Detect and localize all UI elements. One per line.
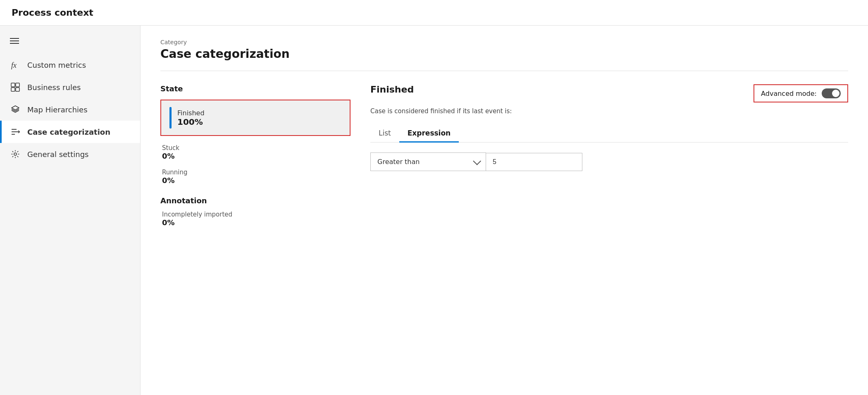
svg-text:fx: fx — [11, 61, 17, 69]
category-label: Category — [160, 39, 848, 45]
annotation-name: Incompletely imported — [162, 211, 351, 218]
app-title: Process context — [0, 0, 868, 26]
state-pct-running: 0% — [162, 176, 351, 185]
state-name-finished: Finished — [177, 109, 205, 117]
left-column: State Finished 100% Stuck 0% — [160, 84, 351, 235]
operator-label: Greater than — [377, 158, 420, 166]
advanced-mode-label: Advanced mode: — [761, 90, 817, 98]
operator-dropdown[interactable]: Greater than — [370, 152, 486, 171]
state-pct-stuck: 0% — [162, 152, 351, 160]
state-name-running: Running — [162, 169, 351, 176]
svg-rect-4 — [16, 88, 19, 91]
advanced-mode-box: Advanced mode: — [754, 84, 848, 102]
svg-rect-2 — [16, 83, 19, 87]
sidebar-label-general-settings: General settings — [27, 150, 88, 159]
gear-icon — [10, 149, 21, 159]
state-card-running[interactable]: Running 0% — [160, 169, 351, 185]
sidebar-label-map-hierarchies: Map Hierarchies — [27, 105, 88, 114]
state-name-stuck: Stuck — [162, 144, 351, 152]
detail-description: Case is considered finished if its last … — [370, 107, 848, 115]
state-card-finished[interactable]: Finished 100% — [160, 100, 351, 136]
grid-icon — [10, 82, 21, 93]
annotation-item-incompletely-imported: Incompletely imported 0% — [160, 211, 351, 227]
state-pct-finished: 100% — [177, 117, 205, 127]
sidebar-label-custom-metrics: Custom metrics — [27, 61, 86, 69]
advanced-mode-toggle[interactable] — [822, 88, 841, 98]
svg-point-8 — [14, 153, 17, 155]
right-column: Finished Advanced mode: Case is consider… — [370, 84, 848, 235]
expression-value-input[interactable] — [486, 153, 582, 171]
state-section: State Finished 100% Stuck 0% — [160, 84, 351, 185]
detail-header: Finished Advanced mode: — [370, 84, 848, 102]
state-bar — [169, 107, 172, 128]
menu-icon[interactable] — [0, 32, 140, 54]
sidebar-label-business-rules: Business rules — [27, 83, 81, 92]
sidebar-item-custom-metrics[interactable]: fx Custom metrics — [0, 54, 140, 76]
sidebar-item-map-hierarchies[interactable]: Map Hierarchies — [0, 98, 140, 121]
chevron-down-icon — [473, 157, 481, 165]
fx-icon: fx — [10, 59, 21, 70]
page-title: Case categorization — [160, 47, 848, 71]
sidebar-label-case-categorization: Case categorization — [27, 128, 110, 136]
sidebar-item-case-categorization[interactable]: Case categorization — [0, 121, 140, 143]
tabs: List Expression — [370, 125, 848, 143]
svg-rect-3 — [11, 88, 15, 91]
annotation-heading: Annotation — [160, 196, 351, 205]
detail-title: Finished — [370, 84, 414, 95]
expression-row: Greater than — [370, 152, 848, 171]
annotation-section: Annotation Incompletely imported 0% — [160, 196, 351, 227]
sort-icon — [10, 126, 21, 137]
svg-rect-1 — [11, 83, 15, 87]
state-card-stuck[interactable]: Stuck 0% — [160, 144, 351, 160]
sidebar: fx Custom metrics Business rules — [0, 26, 141, 395]
main-content: Category Case categorization State Finis… — [141, 26, 868, 395]
sidebar-item-business-rules[interactable]: Business rules — [0, 76, 140, 98]
annotation-pct: 0% — [162, 218, 351, 227]
tab-list[interactable]: List — [370, 125, 399, 143]
state-heading: State — [160, 84, 351, 93]
sidebar-item-general-settings[interactable]: General settings — [0, 143, 140, 165]
layers-icon — [10, 104, 21, 115]
tab-expression[interactable]: Expression — [399, 125, 459, 143]
